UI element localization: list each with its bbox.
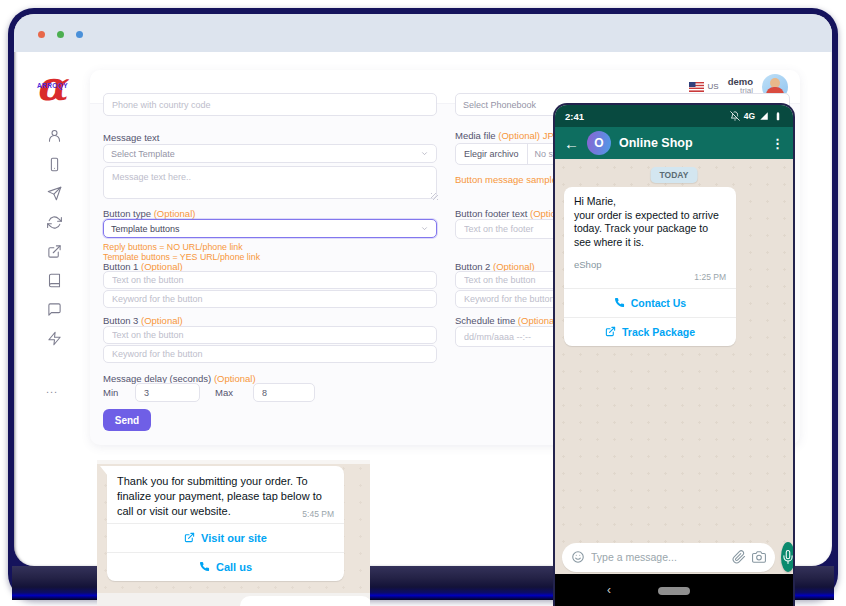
button1-text-input[interactable] <box>103 271 437 289</box>
visit-site-button[interactable]: Visit our site <box>107 523 344 552</box>
message-text-input[interactable] <box>103 166 437 199</box>
schedule-time-label: Schedule time (Optional) <box>455 315 560 326</box>
message-text-label: Message text <box>103 132 160 143</box>
chat-header: ← O Online Shop ⋮ <box>555 127 793 159</box>
track-package-button[interactable]: Track Package <box>564 317 736 346</box>
whatsapp-phone-preview: 2:41 4G ← O Online Shop ⋮ TODAY Hi Marie… <box>553 103 795 606</box>
sync-icon <box>47 215 62 230</box>
chat-icon <box>47 302 62 317</box>
external-link-icon <box>605 326 616 337</box>
resize-handle[interactable] <box>431 193 438 200</box>
max-delay-input[interactable] <box>253 383 315 402</box>
sidebar-item-send[interactable] <box>45 184 63 202</box>
button1-keyword-input[interactable] <box>103 290 437 308</box>
sidebar-item-automation[interactable] <box>45 329 63 347</box>
book-icon <box>47 273 62 288</box>
message-sender: eShop <box>574 259 726 270</box>
minimize-window-dot[interactable] <box>57 31 64 38</box>
bell-off-icon <box>730 111 740 121</box>
logo-brand-text: ARROQY <box>37 82 68 89</box>
phone-status-bar: 2:41 4G <box>555 105 793 127</box>
max-label: Max <box>215 387 233 398</box>
template-select[interactable]: Select Template <box>103 144 437 163</box>
incoming-message-bubble: Thank you for submitting your order. To … <box>107 466 344 581</box>
network-label: 4G <box>744 111 755 121</box>
mini-chat-preview: Thank you for submitting your order. To … <box>97 460 370 606</box>
helper-reply-buttons: Reply buttons = NO URL/phone link <box>103 242 243 252</box>
contact-avatar[interactable]: O <box>587 131 611 155</box>
mic-icon <box>781 550 795 564</box>
external-link-icon <box>47 244 62 259</box>
user-icon <box>47 128 62 143</box>
us-flag-icon <box>689 82 704 92</box>
sidebar-item-chats[interactable] <box>45 300 63 318</box>
battery-icon <box>773 111 783 121</box>
locale-label: US <box>708 82 719 91</box>
status-time: 2:41 <box>565 111 584 122</box>
menu-kebab-icon[interactable]: ⋮ <box>771 136 784 151</box>
message-line1: Hi Marie, <box>574 195 726 209</box>
sidebar-item-docs[interactable] <box>45 271 63 289</box>
button3-text-input[interactable] <box>103 326 437 344</box>
signal-icon <box>759 111 769 121</box>
contact-us-button[interactable]: Contact Us <box>564 288 736 317</box>
incoming-message-bubble: Hi Marie, your order is expected to arri… <box>564 187 736 346</box>
message-input-pill <box>562 543 775 572</box>
type-message-input[interactable] <box>591 551 726 563</box>
emoji-icon[interactable] <box>571 550 585 564</box>
sidebar-more[interactable]: ... <box>46 383 58 395</box>
sidebar-item-devices[interactable] <box>45 155 63 173</box>
mic-button[interactable] <box>781 542 795 572</box>
app-logo[interactable]: α ARROQY <box>36 68 84 106</box>
paperclip-icon[interactable] <box>732 550 746 564</box>
sidebar-item-external[interactable] <box>45 242 63 260</box>
phone-call-icon <box>614 297 625 308</box>
button-type-select[interactable]: Template buttons <box>103 219 437 238</box>
choose-file-button[interactable]: Elegir archivo <box>456 144 528 164</box>
phone-nav-bar: ‹ <box>555 574 793 606</box>
button3-label: Button 3 (Optional) <box>103 315 183 326</box>
home-indicator[interactable] <box>658 587 690 595</box>
browser-titlebar <box>14 14 832 52</box>
maximize-window-dot[interactable] <box>76 31 83 38</box>
message-input-pill[interactable] <box>240 596 370 606</box>
chevron-down-icon <box>420 149 429 158</box>
smartphone-icon <box>47 157 62 172</box>
nav-back-icon[interactable]: ‹ <box>607 583 611 597</box>
close-window-dot[interactable] <box>38 31 45 38</box>
back-arrow-icon[interactable]: ← <box>564 135 579 152</box>
phone-call-icon <box>199 561 210 572</box>
sidebar-item-sync[interactable] <box>45 213 63 231</box>
call-us-button[interactable]: Call us <box>107 552 344 581</box>
button-type-label: Button type (Optional) <box>103 208 195 219</box>
message-input-bar <box>562 542 786 572</box>
chevron-down-icon <box>420 224 429 233</box>
sidebar-item-profile[interactable] <box>45 126 63 144</box>
send-icon <box>47 186 62 201</box>
external-link-icon <box>184 532 195 543</box>
locale-selector[interactable]: US <box>689 82 719 92</box>
message-line2: your order is expected to arrive today. … <box>574 209 726 250</box>
send-button[interactable]: Send <box>103 409 151 431</box>
camera-icon[interactable] <box>752 550 766 564</box>
bolt-icon <box>47 331 62 346</box>
screenshot-root: α ARROQY ... US <box>0 0 846 606</box>
button3-keyword-input[interactable] <box>103 345 437 363</box>
contact-name: Online Shop <box>619 136 763 150</box>
phone-number-input[interactable] <box>103 93 437 116</box>
min-delay-input[interactable] <box>135 383 200 402</box>
min-label: Min <box>103 387 118 398</box>
date-divider: TODAY <box>651 167 698 183</box>
message-time: 1:25 PM <box>574 272 726 282</box>
